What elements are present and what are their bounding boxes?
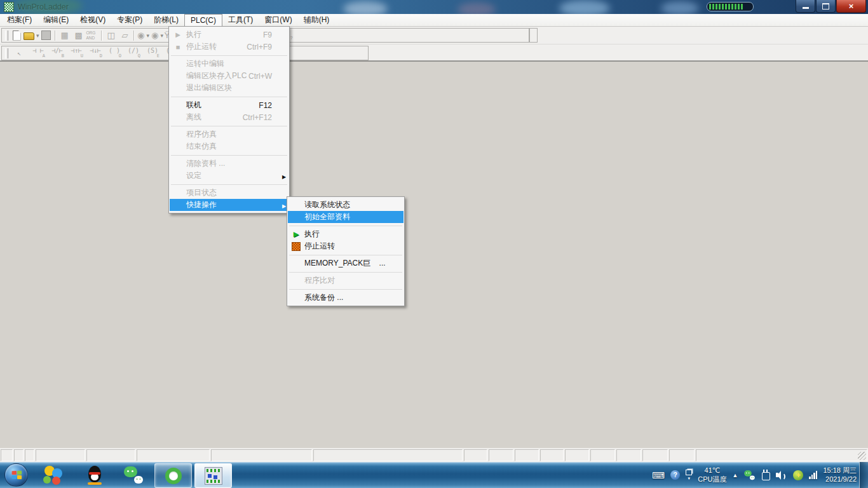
plc-menu-item[interactable] xyxy=(170,182,288,187)
show-desktop-button[interactable] xyxy=(859,462,868,488)
ladder-element-button[interactable]: ( ) O xyxy=(105,47,124,60)
statusbar-cell xyxy=(211,449,312,461)
browser-360-icon xyxy=(165,468,182,484)
plc-menu-item[interactable]: 项目状态 xyxy=(170,187,288,199)
plc-menu-item[interactable]: 编辑区块存入PLC Ctrl+W xyxy=(170,70,288,82)
volume-tray-icon[interactable] xyxy=(776,471,787,480)
toolbar-button-icon: ◉ xyxy=(137,31,144,39)
toolbar-empty-band xyxy=(529,28,538,43)
toolbar-button[interactable] xyxy=(10,29,24,42)
power-plug-tray-icon[interactable] xyxy=(762,472,770,480)
menubar-item[interactable]: 窗口(W) xyxy=(259,14,297,26)
statusbar-cell xyxy=(515,449,539,461)
plc-menu-item[interactable]: 快捷操作 xyxy=(170,199,288,211)
menubar-item[interactable]: 阶梯(L) xyxy=(148,14,184,26)
titlebar: WinProLadder × xyxy=(0,0,868,14)
ladder-element-button[interactable]: ⊣/⊢ B xyxy=(48,47,67,60)
statusbar-cell xyxy=(565,449,589,461)
plc-menu-item[interactable]: 程序仿真 xyxy=(170,128,288,140)
toolbar-button[interactable]: ◫ xyxy=(104,29,118,42)
toolbar-button[interactable] xyxy=(53,29,58,42)
window-tray-icon[interactable]: ▾ xyxy=(686,470,692,480)
ladder-element-button[interactable]: ⊣ ⊢ A xyxy=(29,47,48,60)
plc-menu-item[interactable]: 执行 F9 xyxy=(170,29,288,41)
plc-menu-item[interactable]: 停止运转 Ctrl+F9 xyxy=(170,41,288,53)
toolbar-grip[interactable] xyxy=(5,30,8,41)
quick-menu-item[interactable]: 读取系统状态 xyxy=(288,199,403,211)
toolbar-button[interactable] xyxy=(39,29,53,42)
ladder-element-button[interactable]: ↖ xyxy=(10,47,29,60)
aero-blur-blob xyxy=(458,3,496,14)
menubar-item[interactable]: 辅助(H) xyxy=(298,14,336,26)
toolbar-button[interactable] xyxy=(132,29,137,42)
toolbar-button[interactable]: ◉ xyxy=(151,29,165,42)
plc-menu-item[interactable] xyxy=(170,123,288,128)
clock[interactable]: 15:18 周三 2021/9/22 xyxy=(823,466,857,484)
quick-menu-item[interactable]: 系统备份 ... xyxy=(288,292,403,304)
plc-menu-item[interactable]: 清除资料 ... xyxy=(170,158,288,170)
network-signal-tray-icon[interactable] xyxy=(809,471,817,479)
menubar-item[interactable]: 编辑(E) xyxy=(37,14,74,26)
quick-menu-item[interactable] xyxy=(288,287,403,292)
ladder-element-button[interactable]: (/) Q xyxy=(124,47,143,60)
close-button[interactable]: × xyxy=(836,0,866,13)
toolbar-button-icon: ORG AND xyxy=(86,30,99,39)
aero-blur-blob xyxy=(661,1,699,14)
help-tray-icon[interactable]: ? xyxy=(670,470,680,480)
quick-menu-item[interactable]: 停止运转 xyxy=(288,240,403,252)
plc-menu-item[interactable]: 结束仿真 xyxy=(170,140,288,152)
ladder-element-button[interactable]: ⊣↓⊢ D xyxy=(86,47,105,60)
show-hidden-icons-chevron[interactable]: ▲ xyxy=(732,472,738,478)
quick-menu-item[interactable] xyxy=(288,223,403,228)
quick-menu-item[interactable]: 初始全部资料 xyxy=(288,211,403,223)
quick-menu-item[interactable]: MEMORY_PACK巨 ... xyxy=(288,257,403,269)
quick-menu-item[interactable] xyxy=(288,252,403,257)
aero-blur-blob xyxy=(13,0,83,14)
toolbar-button-icon xyxy=(24,32,34,40)
taskbar-item-qq[interactable] xyxy=(78,464,112,486)
plc-menu-item[interactable] xyxy=(170,152,288,158)
quick-menu-item[interactable]: 执行 xyxy=(288,228,403,240)
plc-menu-item[interactable]: 设定 xyxy=(170,170,288,182)
toolbar-button[interactable] xyxy=(24,29,39,42)
plc-menu-dropdown: 执行 F9 停止运转 Ctrl+F9 运转中编辑 编辑区块存入PL xyxy=(168,26,290,214)
ladder-element-button[interactable]: ⊣↑⊢ U xyxy=(67,47,86,60)
menubar-item[interactable]: 检视(V) xyxy=(74,14,111,26)
menubar-item[interactable]: 档案(F) xyxy=(1,14,37,26)
toolbar-button[interactable] xyxy=(100,29,104,42)
menubar-item[interactable]: 工具(T) xyxy=(222,14,259,26)
taskbar-item-wechat[interactable] xyxy=(117,464,151,486)
recorder-indicator xyxy=(707,2,754,11)
toolbar-button[interactable]: ORG AND xyxy=(86,29,100,42)
toolbar-grip[interactable] xyxy=(5,48,8,58)
plc-menu-item[interactable]: 联机 F12 xyxy=(170,99,288,111)
resize-grip-icon[interactable] xyxy=(858,452,866,460)
taskbar-item-browser-360[interactable] xyxy=(154,463,192,488)
statusbar-cell xyxy=(137,449,210,461)
toolbar-button[interactable]: ▦ xyxy=(58,29,72,42)
plc-menu-item[interactable] xyxy=(170,94,288,99)
menubar-item[interactable]: 专案(P) xyxy=(111,14,148,26)
quick-menu-item[interactable]: 程序比对 xyxy=(288,274,403,287)
toolbar-ladder: ↖ ⊣ ⊢ A ⊣/⊢ B ⊣↑⊢ U ⊣↓⊢ D ( ) O xyxy=(0,44,868,61)
menubar-item[interactable]: PLC(C) xyxy=(184,14,222,26)
plc-menu-item[interactable]: 离线 Ctrl+F12 xyxy=(170,111,288,123)
taskbar-item-sogou[interactable] xyxy=(36,464,70,486)
minimize-button[interactable] xyxy=(796,0,815,13)
cpu-temperature[interactable]: 41℃ CPU温度 xyxy=(698,466,726,484)
plc-menu-item[interactable]: 退出编辑区块 xyxy=(170,82,288,94)
taskbar-item-winproladder[interactable] xyxy=(194,463,232,488)
toolbar-button[interactable]: ▱ xyxy=(118,29,132,42)
wechat-tray-icon[interactable] xyxy=(745,470,756,480)
ladder-element-button[interactable]: (S) E xyxy=(143,47,162,60)
maximize-button[interactable] xyxy=(816,0,836,13)
toolbar-button[interactable]: ▩ xyxy=(72,29,86,42)
start-button[interactable] xyxy=(4,463,28,487)
toolbar-button[interactable]: ◉ xyxy=(137,29,151,42)
menu-item-icon xyxy=(288,242,304,251)
safety-360-tray-icon[interactable]: + xyxy=(793,470,803,480)
plc-menu-item[interactable]: 运转中编辑 xyxy=(170,58,288,70)
keyboard-tray-icon[interactable]: ⌨ xyxy=(652,471,665,480)
quick-menu-item[interactable] xyxy=(288,269,403,274)
plc-menu-item[interactable] xyxy=(170,53,288,58)
